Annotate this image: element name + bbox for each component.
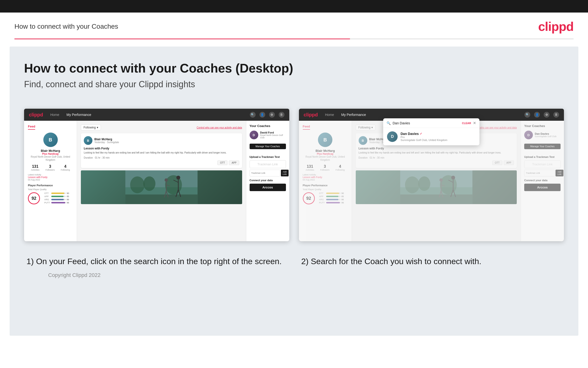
arccos-btn-2[interactable]: Arccos	[524, 184, 561, 191]
manage-coaches-btn-1[interactable]: Manage Your Coaches	[250, 144, 286, 149]
bar-arg: ARG 86	[44, 198, 69, 201]
settings-icon[interactable]: ⚙	[269, 112, 275, 118]
top-bar	[0, 0, 588, 12]
stat-activities-label: Activities	[31, 169, 39, 171]
following-btn-2[interactable]: Following ▾	[356, 125, 376, 130]
search-icon-2[interactable]: 🔍	[525, 112, 530, 118]
coaches-title-1: Your Coaches	[250, 124, 286, 128]
stat-followers-label-2: Followers	[320, 169, 330, 171]
nav-myperformance-1[interactable]: My Performance	[66, 113, 91, 117]
search-close-btn[interactable]: ✕	[473, 121, 476, 125]
trackman-section-1: Upload a Trackman Test Trackman Link Add…	[250, 156, 286, 176]
perf-content-2: 92 OTT 90 APP	[303, 192, 348, 205]
following-btn-1[interactable]: Following ▾	[81, 125, 101, 130]
perf-title-2: Player Performance	[303, 184, 348, 187]
svg-rect-17	[400, 194, 472, 204]
bar-ott-2: OTT 90	[319, 192, 344, 194]
bar-app-fill	[51, 196, 63, 197]
left-panel-2: Feed B Blair McHarg Plus Handicap Royal …	[299, 121, 352, 241]
stats-row-1: 131 Activities 3 Followers 4 Following	[28, 164, 73, 171]
arccos-btn-1[interactable]: Arccos	[250, 184, 286, 191]
screenshot-2: clippd Home My Performance 🔍 👤 ⚙ B 🔍 Dan…	[299, 109, 564, 241]
golf-image-1	[81, 170, 242, 204]
trackman-title-2: Upload a Trackman Test	[524, 156, 561, 158]
coaches-title-2: Your Coaches	[524, 124, 561, 128]
coach-info-2: Dan Davies Sunningdale Golf Club	[535, 132, 556, 138]
score-circle-2: 92	[303, 192, 315, 204]
trackman-input-2[interactable]	[524, 170, 554, 176]
activity-name-1: Lesson with Fordy	[28, 176, 73, 179]
bar-arg-fill	[51, 199, 64, 200]
coach-item-2: D Dan Davies Sunningdale Golf Club	[524, 131, 561, 139]
post-title-2: Lesson with Fordy	[359, 147, 514, 150]
post-btn-app-1[interactable]: APP	[229, 160, 239, 165]
post-btn-app-2[interactable]: APP	[504, 160, 514, 165]
avatar-icon[interactable]: B	[279, 112, 284, 118]
nav-home-2[interactable]: Home	[325, 113, 334, 117]
nav-home-1[interactable]: Home	[50, 113, 59, 117]
search-clear-btn[interactable]: CLEAR	[462, 122, 471, 125]
user-icon-2[interactable]: 👤	[534, 112, 540, 118]
perf-content-1: 92 OTT 90 APP	[28, 192, 73, 205]
post-duration-val-1: 01 hr : 30 min	[95, 156, 110, 159]
stat-followers-label: Followers	[45, 169, 55, 171]
caption-text-1: 1) On your Feed, click on the search ico…	[26, 256, 287, 267]
post-btn-off-2[interactable]: OTT	[492, 160, 502, 165]
bar-arg-track-2	[326, 199, 341, 200]
search-query-display[interactable]: Dan Davies	[393, 121, 460, 125]
svg-point-6	[176, 176, 180, 180]
main-heading: How to connect with your Coaches (Deskto…	[24, 61, 564, 75]
svg-point-4	[143, 176, 156, 191]
post-btn-off-1[interactable]: OTT	[217, 160, 228, 165]
bar-ott-label: OTT	[44, 192, 50, 194]
svg-point-20	[418, 176, 430, 191]
trackman-link-display-1: Trackman Link	[250, 160, 286, 168]
page-title: How to connect with your Coaches	[14, 23, 118, 30]
coach-item-1: D David Ford Royal North Devon Golf Club	[250, 131, 286, 139]
bar-putt-val-2: 96	[342, 202, 344, 204]
stat-activities-label-2: Activities	[306, 169, 314, 171]
search-result-info-1: Dan Davies ✓ Pro Sunningdale Golf Club, …	[401, 132, 447, 141]
perf-title-1: Player Performance	[28, 184, 73, 187]
profile-handicap-1: Plus Handicap	[28, 153, 73, 155]
bar-putt-2: PUTT 96	[319, 202, 344, 204]
search-icon-overlay: 🔍	[386, 121, 391, 125]
svg-point-22	[451, 176, 455, 180]
chevron-down-icon-2: ▾	[371, 126, 373, 129]
add-link-btn-1[interactable]: Add Link	[281, 170, 289, 176]
post-author-name-1: Blair McHarg	[94, 138, 119, 141]
user-icon[interactable]: 👤	[259, 112, 265, 118]
control-link-1[interactable]: Control who can see your activity and da…	[197, 126, 242, 129]
add-link-btn-2[interactable]: Add Link	[555, 170, 563, 176]
coach-avatar-2: D	[524, 131, 533, 139]
post-duration-1: Duration 01 hr : 30 min	[84, 156, 239, 159]
post-actions-1: OTT APP	[84, 160, 239, 165]
nav-myperformance-2[interactable]: My Performance	[341, 113, 366, 117]
search-icon[interactable]: 🔍	[250, 112, 256, 118]
bar-arg-val: 86	[67, 198, 69, 201]
manage-coaches-btn-2[interactable]: Manage Your Coaches	[524, 144, 561, 149]
profile-section-2: B Blair McHarg Plus Handicap Royal North…	[303, 133, 348, 161]
following-header-1: Following ▾ Control who can see your act…	[81, 125, 242, 130]
following-label-2: Following	[358, 126, 371, 129]
avatar-icon-2[interactable]: B	[553, 112, 559, 118]
performance-section-2: Player Performance Total Player Quality …	[303, 184, 348, 205]
bar-app-track-2	[326, 196, 341, 197]
app-ui-2: clippd Home My Performance 🔍 👤 ⚙ B 🔍 Dan…	[299, 109, 564, 241]
bar-app-fill-2	[326, 196, 338, 197]
profile-handicap-2: Plus Handicap	[303, 153, 348, 155]
perf-bars-2: OTT 90 APP 85	[319, 192, 344, 205]
search-result-name-1: Dan Davies ✓	[401, 132, 447, 136]
search-result-1[interactable]: D Dan Davies ✓ Pro Sunningdale Golf Club…	[383, 128, 479, 145]
svg-point-3	[130, 176, 145, 193]
trackman-input-1[interactable]	[250, 170, 280, 176]
activity-date-1: 03 Aug 2022	[28, 179, 73, 181]
app-body-1: Feed B Blair McHarg Plus Handicap Royal …	[24, 121, 289, 241]
coach-name-2: Dan Davies	[535, 132, 556, 135]
feed-post-1: B Blair McHarg Yesterday · Sunnigdale Le…	[81, 133, 242, 168]
perf-bars-1: OTT 90 APP 85	[44, 192, 69, 205]
svg-rect-1	[125, 194, 198, 204]
app-logo-1: clippd	[29, 112, 43, 118]
settings-icon-2[interactable]: ⚙	[544, 112, 550, 118]
post-author-meta-1: Yesterday · Sunnigdale	[94, 141, 119, 144]
